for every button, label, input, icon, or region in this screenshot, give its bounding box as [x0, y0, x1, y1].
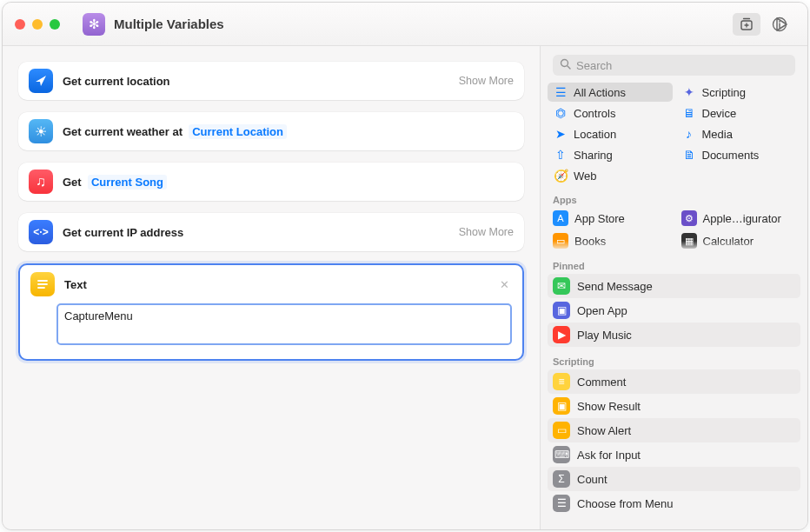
result-icon: ▣ [553, 397, 570, 415]
pinned-open-app[interactable]: ▣Open App [548, 298, 800, 323]
play-icon: ▶ [553, 326, 570, 343]
category-device[interactable]: 🖥Device [676, 103, 801, 123]
actions-library-sidebar: Search ☰All Actions ✦Scripting ⏣Controls… [540, 46, 807, 529]
appstore-icon: A [553, 210, 568, 226]
pinned-list: ✉︎Send Message ▣Open App ▶Play Music [541, 274, 807, 347]
apps-section-label: Apps [541, 185, 807, 208]
scripting-ask-input[interactable]: ⌨Ask for Input [548, 442, 800, 467]
app-books[interactable]: ▭Books [548, 230, 673, 251]
action-title: Get current location [63, 75, 170, 88]
category-grid: ☰All Actions ✦Scripting ⏣Controls 🖥Devic… [541, 83, 807, 185]
category-location[interactable]: ➤Location [548, 124, 673, 143]
sigma-icon: Σ [553, 470, 570, 488]
action-get-weather[interactable]: ☀︎ Get current weather at Current Locati… [18, 112, 524, 150]
action-title: Get current weather at Current Location [63, 125, 287, 138]
app-calculator[interactable]: ▦Calculator [676, 230, 801, 251]
shortcut-app-icon: ✻ [83, 13, 105, 36]
keyboard-icon: ⌨ [553, 446, 570, 463]
title-bar: ✻ Multiple Variables [3, 3, 807, 46]
sliders-icon: ⏣ [554, 106, 568, 120]
category-controls[interactable]: ⏣Controls [548, 103, 673, 123]
action-get-ip-address[interactable]: <·> Get current IP address Show More [18, 213, 524, 251]
text-action-input[interactable] [56, 303, 512, 345]
scripting-choose-menu[interactable]: ☰Choose from Menu [548, 491, 800, 515]
menu-icon: ☰ [553, 495, 570, 512]
svg-point-2 [779, 21, 780, 23]
action-get-current-location[interactable]: Get current location Show More [18, 62, 524, 100]
configurator-icon: ⚙ [681, 210, 697, 226]
list-icon: ☰ [554, 85, 568, 99]
category-all-actions[interactable]: ☰All Actions [548, 83, 673, 102]
share-icon: ⇧ [554, 148, 568, 162]
remove-action-button[interactable]: ✕ [496, 278, 512, 291]
app-configurator[interactable]: ⚙Apple…igurator [676, 208, 801, 229]
variable-token[interactable]: Current Song [88, 175, 167, 190]
action-text-selected[interactable]: Text ✕ [18, 263, 524, 361]
action-title: Get current IP address [63, 226, 183, 239]
pinned-send-message[interactable]: ✉︎Send Message [548, 274, 800, 298]
show-more-button[interactable]: Show More [459, 226, 514, 238]
text-icon [30, 272, 55, 296]
library-toggle-button[interactable] [733, 13, 760, 36]
note-icon: ♪ [682, 127, 696, 141]
workflow-canvas[interactable]: Get current location Show More ☀︎ Get cu… [3, 46, 540, 529]
search-placeholder: Search [576, 59, 612, 72]
scripting-show-alert[interactable]: ▭Show Alert [548, 418, 800, 442]
wand-icon: ✦ [682, 85, 696, 99]
search-field[interactable]: Search [553, 55, 795, 76]
close-window-button[interactable] [15, 19, 25, 30]
scripting-show-result[interactable]: ▣Show Result [548, 394, 800, 418]
location-icon: ➤ [554, 127, 568, 141]
document-icon: 🗎 [682, 148, 696, 162]
category-documents[interactable]: 🗎Documents [676, 145, 801, 164]
category-web[interactable]: 🧭Web [548, 166, 673, 185]
pinned-play-music[interactable]: ▶Play Music [548, 323, 800, 347]
window-controls [15, 19, 60, 30]
minimize-window-button[interactable] [32, 19, 43, 30]
show-more-button[interactable]: Show More [459, 75, 514, 87]
books-icon: ▭ [553, 233, 568, 249]
weather-icon: ☀︎ [29, 119, 53, 143]
variable-token[interactable]: Current Location [189, 124, 287, 139]
comment-icon: ≡ [553, 373, 570, 390]
scripting-section-label: Scripting [541, 347, 807, 369]
alert-icon: ▭ [553, 422, 570, 439]
apps-grid: AApp Store ⚙Apple…igurator ▭Books ▦Calcu… [541, 208, 807, 251]
compass-icon: 🧭 [554, 169, 568, 183]
message-icon: ✉︎ [553, 277, 570, 295]
search-icon [560, 58, 571, 72]
action-get-current-song[interactable]: ♫ Get Current Song [18, 163, 524, 201]
calculator-icon: ▦ [681, 233, 697, 249]
scripting-count[interactable]: ΣCount [548, 467, 800, 491]
open-app-icon: ▣ [553, 302, 570, 319]
app-appstore[interactable]: AApp Store [548, 208, 673, 229]
window-title: Multiple Variables [114, 17, 224, 31]
category-sharing[interactable]: ⇧Sharing [548, 145, 673, 164]
display-icon: 🖥 [682, 106, 696, 120]
action-title: Text [64, 278, 87, 291]
info-button[interactable] [766, 13, 793, 36]
action-title: Get Current Song [63, 176, 167, 189]
category-scripting[interactable]: ✦Scripting [676, 83, 801, 102]
scripting-list: ≡Comment ▣Show Result ▭Show Alert ⌨Ask f… [541, 369, 807, 515]
location-arrow-icon [29, 69, 53, 93]
music-icon: ♫ [29, 170, 53, 194]
pinned-section-label: Pinned [541, 251, 807, 274]
category-media[interactable]: ♪Media [676, 124, 801, 143]
svg-point-3 [561, 60, 568, 67]
zoom-window-button[interactable] [50, 19, 60, 30]
code-icon: <·> [29, 220, 53, 244]
scripting-comment[interactable]: ≡Comment [548, 369, 800, 394]
